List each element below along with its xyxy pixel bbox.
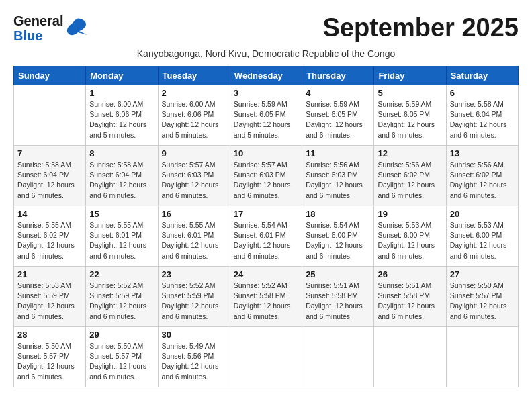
day-number: 21 — [17, 269, 82, 279]
day-info: Sunrise: 5:59 AM Sunset: 6:05 PM Dayligh… — [306, 99, 370, 140]
day-number: 1 — [89, 88, 154, 98]
day-number: 7 — [17, 148, 82, 158]
day-number: 14 — [17, 209, 82, 219]
col-header-saturday: Saturday — [446, 66, 518, 85]
day-info: Sunrise: 5:55 AM Sunset: 6:01 PM Dayligh… — [162, 220, 226, 261]
day-info: Sunrise: 5:56 AM Sunset: 6:03 PM Dayligh… — [306, 160, 370, 201]
calendar-cell: 18Sunrise: 5:54 AM Sunset: 6:00 PM Dayli… — [302, 206, 374, 267]
calendar-week-row: 14Sunrise: 5:55 AM Sunset: 6:02 PM Dayli… — [14, 206, 519, 267]
day-info: Sunrise: 5:50 AM Sunset: 5:57 PM Dayligh… — [17, 341, 82, 382]
col-header-tuesday: Tuesday — [158, 66, 230, 85]
calendar-cell — [14, 85, 86, 146]
day-info: Sunrise: 5:58 AM Sunset: 6:04 PM Dayligh… — [89, 160, 154, 201]
day-number: 16 — [162, 209, 226, 219]
calendar-cell: 21Sunrise: 5:53 AM Sunset: 5:59 PM Dayli… — [14, 267, 86, 327]
header: General Blue September 2025 — [13, 13, 519, 43]
day-info: Sunrise: 5:50 AM Sunset: 5:57 PM Dayligh… — [89, 341, 154, 382]
day-info: Sunrise: 5:56 AM Sunset: 6:02 PM Dayligh… — [450, 160, 515, 201]
calendar-cell: 6Sunrise: 5:58 AM Sunset: 6:04 PM Daylig… — [446, 85, 518, 146]
calendar-cell: 3Sunrise: 5:59 AM Sunset: 6:05 PM Daylig… — [230, 85, 302, 146]
calendar-cell: 12Sunrise: 5:56 AM Sunset: 6:02 PM Dayli… — [374, 146, 446, 206]
calendar-cell: 27Sunrise: 5:50 AM Sunset: 5:57 PM Dayli… — [446, 267, 518, 327]
day-info: Sunrise: 5:57 AM Sunset: 6:03 PM Dayligh… — [162, 160, 226, 201]
calendar-cell: 15Sunrise: 5:55 AM Sunset: 6:01 PM Dayli… — [86, 206, 158, 267]
col-header-friday: Friday — [374, 66, 446, 85]
calendar-cell: 7Sunrise: 5:58 AM Sunset: 6:04 PM Daylig… — [14, 146, 86, 206]
day-number: 29 — [89, 330, 154, 340]
day-number: 15 — [89, 209, 154, 219]
day-info: Sunrise: 5:49 AM Sunset: 5:56 PM Dayligh… — [162, 341, 226, 382]
col-header-wednesday: Wednesday — [230, 66, 302, 85]
calendar-cell: 9Sunrise: 5:57 AM Sunset: 6:03 PM Daylig… — [158, 146, 230, 206]
month-title: September 2025 — [323, 13, 519, 42]
calendar-week-row: 28Sunrise: 5:50 AM Sunset: 5:57 PM Dayli… — [14, 327, 519, 387]
calendar-cell: 5Sunrise: 5:59 AM Sunset: 6:05 PM Daylig… — [374, 85, 446, 146]
day-number: 27 — [450, 269, 515, 279]
calendar-cell — [230, 327, 302, 387]
day-info: Sunrise: 5:52 AM Sunset: 5:58 PM Dayligh… — [234, 281, 298, 322]
calendar-cell: 19Sunrise: 5:53 AM Sunset: 6:00 PM Dayli… — [374, 206, 446, 267]
calendar-cell: 28Sunrise: 5:50 AM Sunset: 5:57 PM Dayli… — [14, 327, 86, 387]
day-number: 10 — [234, 148, 298, 158]
day-info: Sunrise: 5:55 AM Sunset: 6:01 PM Dayligh… — [89, 220, 154, 261]
calendar-cell: 20Sunrise: 5:53 AM Sunset: 6:00 PM Dayli… — [446, 206, 518, 267]
day-number: 13 — [450, 148, 515, 158]
day-info: Sunrise: 5:51 AM Sunset: 5:58 PM Dayligh… — [306, 281, 370, 322]
day-info: Sunrise: 5:58 AM Sunset: 6:04 PM Dayligh… — [450, 99, 515, 140]
calendar-cell: 10Sunrise: 5:57 AM Sunset: 6:03 PM Dayli… — [230, 146, 302, 206]
day-info: Sunrise: 5:50 AM Sunset: 5:57 PM Dayligh… — [450, 281, 515, 322]
calendar-cell: 26Sunrise: 5:51 AM Sunset: 5:58 PM Dayli… — [374, 267, 446, 327]
calendar-cell: 1Sunrise: 6:00 AM Sunset: 6:06 PM Daylig… — [86, 85, 158, 146]
calendar-cell: 24Sunrise: 5:52 AM Sunset: 5:58 PM Dayli… — [230, 267, 302, 327]
logo-bird-icon — [66, 17, 87, 39]
calendar-cell: 17Sunrise: 5:54 AM Sunset: 6:01 PM Dayli… — [230, 206, 302, 267]
calendar-cell: 16Sunrise: 5:55 AM Sunset: 6:01 PM Dayli… — [158, 206, 230, 267]
day-info: Sunrise: 5:54 AM Sunset: 6:00 PM Dayligh… — [306, 220, 370, 261]
calendar-cell: 29Sunrise: 5:50 AM Sunset: 5:57 PM Dayli… — [86, 327, 158, 387]
day-info: Sunrise: 5:59 AM Sunset: 6:05 PM Dayligh… — [234, 99, 298, 140]
day-info: Sunrise: 5:58 AM Sunset: 6:04 PM Dayligh… — [17, 160, 82, 201]
day-number: 17 — [234, 209, 298, 219]
day-number: 18 — [306, 209, 370, 219]
day-info: Sunrise: 5:51 AM Sunset: 5:58 PM Dayligh… — [378, 281, 442, 322]
day-info: Sunrise: 5:53 AM Sunset: 5:59 PM Dayligh… — [17, 281, 82, 322]
day-number: 30 — [162, 330, 226, 340]
calendar-cell: 11Sunrise: 5:56 AM Sunset: 6:03 PM Dayli… — [302, 146, 374, 206]
day-number: 9 — [162, 148, 226, 158]
day-info: Sunrise: 5:52 AM Sunset: 5:59 PM Dayligh… — [162, 281, 226, 322]
day-number: 8 — [89, 148, 154, 158]
day-info: Sunrise: 5:59 AM Sunset: 6:05 PM Dayligh… — [378, 99, 442, 140]
calendar-cell: 25Sunrise: 5:51 AM Sunset: 5:58 PM Dayli… — [302, 267, 374, 327]
day-number: 5 — [378, 88, 442, 98]
day-info: Sunrise: 6:00 AM Sunset: 6:06 PM Dayligh… — [162, 99, 226, 140]
page-container: General Blue September 2025 Kanyobagonga… — [13, 13, 519, 387]
calendar-table: SundayMondayTuesdayWednesdayThursdayFrid… — [13, 66, 519, 387]
day-info: Sunrise: 5:57 AM Sunset: 6:03 PM Dayligh… — [234, 160, 298, 201]
day-number: 28 — [17, 330, 82, 340]
calendar-cell — [302, 327, 374, 387]
calendar-cell: 14Sunrise: 5:55 AM Sunset: 6:02 PM Dayli… — [14, 206, 86, 267]
logo-blue: Blue — [13, 28, 63, 43]
day-number: 23 — [162, 269, 226, 279]
day-info: Sunrise: 5:53 AM Sunset: 6:00 PM Dayligh… — [450, 220, 515, 261]
logo: General Blue — [13, 13, 87, 43]
col-header-thursday: Thursday — [302, 66, 374, 85]
calendar-cell: 30Sunrise: 5:49 AM Sunset: 5:56 PM Dayli… — [158, 327, 230, 387]
day-number: 4 — [306, 88, 370, 98]
col-header-sunday: Sunday — [14, 66, 86, 85]
day-number: 6 — [450, 88, 515, 98]
calendar-week-row: 21Sunrise: 5:53 AM Sunset: 5:59 PM Dayli… — [14, 267, 519, 327]
day-info: Sunrise: 5:52 AM Sunset: 5:59 PM Dayligh… — [89, 281, 154, 322]
calendar-cell: 4Sunrise: 5:59 AM Sunset: 6:05 PM Daylig… — [302, 85, 374, 146]
day-number: 19 — [378, 209, 442, 219]
calendar-cell — [374, 327, 446, 387]
calendar-cell: 23Sunrise: 5:52 AM Sunset: 5:59 PM Dayli… — [158, 267, 230, 327]
day-number: 11 — [306, 148, 370, 158]
calendar-cell — [446, 327, 518, 387]
calendar-cell: 2Sunrise: 6:00 AM Sunset: 6:06 PM Daylig… — [158, 85, 230, 146]
day-number: 20 — [450, 209, 515, 219]
calendar-cell: 22Sunrise: 5:52 AM Sunset: 5:59 PM Dayli… — [86, 267, 158, 327]
day-number: 12 — [378, 148, 442, 158]
day-info: Sunrise: 6:00 AM Sunset: 6:06 PM Dayligh… — [89, 99, 154, 140]
day-info: Sunrise: 5:55 AM Sunset: 6:02 PM Dayligh… — [17, 220, 82, 261]
